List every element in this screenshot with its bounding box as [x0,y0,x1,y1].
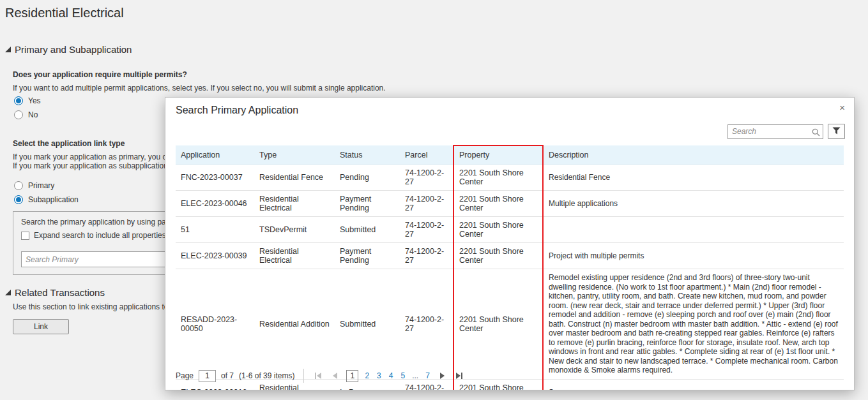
first-page-icon[interactable] [313,370,324,381]
last-page-icon[interactable] [453,370,464,381]
filter-icon [832,126,841,137]
cell-description [543,217,844,243]
cell-application: ELEC-2023-00039 [176,243,254,269]
filter-button[interactable] [828,124,845,139]
cell-description: Multiple applications [543,191,844,217]
table-row[interactable]: 51 TSDevPermit Submitted 74-1200-2-27 22… [176,217,844,243]
radio-primary-button[interactable] [14,181,23,190]
page-link-4[interactable]: 4 [388,371,395,380]
cell-parcel: 74-1200-2-27 [400,217,453,243]
table-row[interactable]: FNC-2023-00037 Residential Fence Pending… [176,165,844,191]
radio-no-label: No [28,110,38,119]
cell-application: RESADD-2023-00050 [176,269,254,380]
table-row[interactable]: RESADD-2023-00050 Residential Addition S… [176,269,844,380]
search-icon [812,128,820,139]
search-input[interactable] [727,124,823,139]
radio-subapplication-label: Subapplication [28,195,79,204]
section-related-transactions[interactable]: Related Transactions [5,287,105,298]
current-page-indicator: 1 [346,370,358,382]
cell-parcel: 74-1200-2-27 [400,165,453,191]
radio-primary[interactable]: Primary [14,181,54,190]
expand-search-label: Expand search to include all properties [34,231,166,240]
multiple-permits-help: If you want to add multiple permit appli… [13,84,386,93]
next-page-icon[interactable] [436,370,448,381]
expand-search-checkbox[interactable] [21,232,29,240]
table-row[interactable]: ELEC-2023-00046 Residential Electrical P… [176,191,844,217]
cell-property: 2201 South Shore Center [453,191,543,217]
previous-page-icon[interactable] [330,370,341,381]
column-header-parcel[interactable]: Parcel [400,145,453,165]
page-number-input[interactable] [199,370,216,382]
section-title: Primary and Subapplication [15,44,132,55]
page-title: Residential Electrical [5,6,124,20]
page-link-7[interactable]: 7 [424,371,431,380]
multiple-permits-question: Does your application require multiple p… [13,70,187,79]
table-row[interactable]: ELEC-2023-00039 Residential Electrical P… [176,243,844,269]
page-link-3[interactable]: 3 [376,371,383,380]
cell-description: Residential Fence [543,165,844,191]
column-header-property[interactable]: Property [453,145,543,165]
radio-subapplication[interactable]: Subapplication [14,195,79,204]
related-transactions-help: Use this section to link existing applic… [13,302,168,311]
cell-description: Project with multiple permits [543,243,844,269]
radio-no[interactable]: No [14,110,38,119]
dialog-title: Search Primary Application [176,105,298,116]
section-primary-and-subapplication[interactable]: Primary and Subapplication [5,44,132,55]
section-expander-icon [5,47,11,52]
pager-divider [303,369,304,383]
items-summary: (1-6 of 39 items) [239,371,294,380]
cell-status: Submitted [335,217,400,243]
cell-type: TSDevPermit [254,217,335,243]
page-ellipsis: ... [411,371,419,380]
link-type-label: Select the application link type [13,139,125,148]
radio-primary-label: Primary [28,181,54,190]
cell-property: 2201 South Shore Center [453,165,543,191]
radio-no-button[interactable] [14,110,23,119]
cell-application: ELEC-2023-00046 [176,191,254,217]
dialog-toolbar [727,124,845,139]
link-type-help-primary: If you mark your application as primary,… [13,152,171,161]
radio-yes[interactable]: Yes [14,96,41,105]
cell-type: Residential Fence [254,165,335,191]
cell-status: Payment Pending [335,243,400,269]
cell-parcel: 74-1200-2-27 [400,269,453,380]
link-button[interactable]: Link [13,319,69,334]
cell-parcel: 74-1200-2-27 [400,191,453,217]
cell-property: 2201 South Shore Center [453,217,543,243]
cell-status: Payment Pending [335,191,400,217]
cell-status: Pending [335,165,400,191]
radio-yes-label: Yes [28,96,41,105]
section-expander-icon [5,290,11,295]
column-header-status[interactable]: Status [335,145,400,165]
radio-yes-button[interactable] [14,96,23,105]
cell-type: Residential Addition [254,269,335,380]
table-header-row: Application Type Status Parcel Property … [176,145,844,165]
column-header-type[interactable]: Type [254,145,335,165]
cell-property: 2201 South Shore Center [453,269,543,380]
radio-subapplication-button[interactable] [14,195,23,204]
cell-application: FNC-2023-00037 [176,165,254,191]
page-link-5[interactable]: 5 [399,371,406,380]
search-primary-application-dialog: Search Primary Application × Application… [165,97,855,390]
page-of-label: of 7 [221,371,234,380]
cell-type: Residential Electrical [254,191,335,217]
column-header-application[interactable]: Application [176,145,254,165]
results-table-container: Application Type Status Parcel Property … [176,145,844,390]
cell-parcel: 74-1200-2-27 [400,243,453,269]
close-icon[interactable]: × [839,103,845,112]
page-label: Page [176,371,194,380]
cell-status: Submitted [335,269,400,380]
link-type-help-sub: If you mark your application as subappli… [13,161,168,170]
cell-application: 51 [176,217,254,243]
column-header-description[interactable]: Description [543,145,844,165]
page-link-2[interactable]: 2 [363,371,370,380]
results-table: Application Type Status Parcel Property … [176,145,844,390]
cell-description: Remodel existing upper residence (2nd an… [543,269,844,380]
pagination-bar: Page of 7 (1-6 of 39 items) 1 2 3 4 5 ..… [176,367,844,384]
section-title: Related Transactions [15,287,105,298]
cell-property: 2201 South Shore Center [453,243,543,269]
cell-type: Residential Electrical [254,243,335,269]
